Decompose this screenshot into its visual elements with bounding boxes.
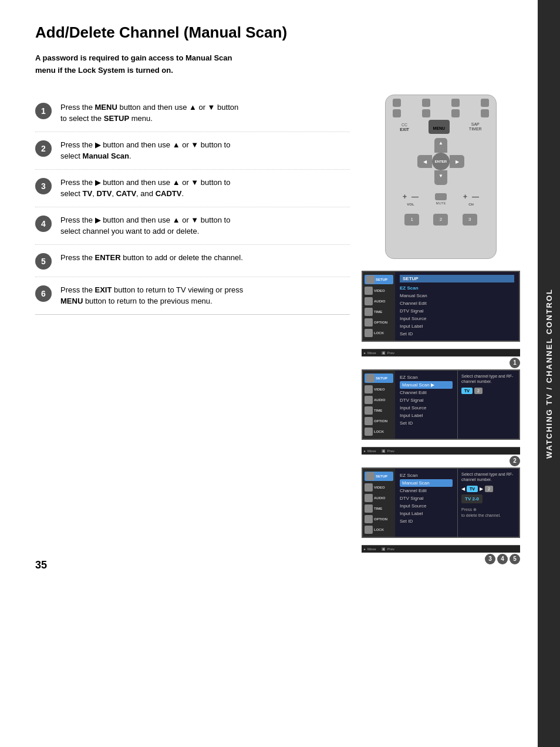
screen-2-item-dtvsignal: DTV Signal (400, 396, 453, 404)
screen-2-icon-option (365, 417, 373, 425)
menu-label: MENU (433, 126, 446, 130)
screen-3-channel-type: TV (467, 486, 478, 492)
screen-3-option: OPTION (365, 515, 393, 523)
screen-3-video: VIDEO (365, 483, 393, 492)
screen-icon-option (365, 318, 373, 327)
screen-3-icon-option (365, 515, 373, 523)
ch-minus: — (472, 193, 479, 201)
screen-3: SETUP VIDEO AUDIO TIME (362, 467, 520, 538)
ch-group: + — CH (463, 193, 479, 206)
screen-2-badge: 2 (362, 455, 520, 467)
screen-3-item-setid: Set ID (400, 517, 453, 525)
screen-icon-lock (365, 329, 373, 337)
exit-label: EXIT (400, 127, 409, 132)
screen-1-badge: 1 (362, 356, 520, 369)
screen-1-footer: ⬥ Move ▣ Prev (362, 349, 520, 356)
screen-2-icon-time (365, 406, 373, 415)
step-3-text: Press the ▶ button and then use ▲ or ▼ b… (60, 177, 230, 200)
remote-numbers: 1 2 3 (386, 211, 496, 228)
step-5: 5 Press the ENTER button to add or delet… (35, 245, 350, 277)
dpad-left: ◀ (417, 155, 432, 168)
vol-label: VOL (407, 203, 414, 206)
screen-2-icon-audio (365, 396, 373, 404)
two-col-layout: 1 Press the MENU button and then use ▲ o… (35, 95, 520, 566)
screen-2-sidebar: SETUP VIDEO AUDIO TIME (363, 371, 395, 439)
cc-label: CC (402, 123, 407, 127)
screen-1-footer-icon: ⬥ (363, 351, 366, 355)
screen-2-audio: AUDIO (365, 396, 393, 404)
remote-top-buttons (386, 95, 496, 108)
screen-3-item-ezscan: EZ Scan (400, 472, 453, 479)
screen-2-item-channeledit: Channel Edit (400, 389, 453, 396)
remote-btn-4 (481, 99, 489, 107)
screen-3-footer-icon: ⬥ (363, 547, 366, 551)
screen-1-top-label: SETUP (400, 275, 514, 282)
page-title: Add/Delete Channel (Manual Scan) (35, 23, 520, 42)
step-3: 3 Press the ▶ button and then use ▲ or ▼… (35, 170, 350, 207)
screen-1-footer-icon2: ▣ (382, 351, 386, 355)
screen-2-item-setid: Set ID (400, 419, 453, 427)
step-6: 6 Press the EXIT button to return to TV … (35, 277, 350, 315)
screen-1-footer-text: Move (367, 351, 376, 355)
screen-2-footer-icon2: ▣ (382, 449, 386, 453)
screen-2-item-inputsource: Input Source (400, 404, 453, 412)
screen-3-right: Select channel type and RF-channel numbe… (457, 469, 519, 537)
right-column: CC EXIT MENU SAP TIMER (362, 95, 520, 566)
step-2-circle: 2 (35, 140, 52, 157)
screen-2-right: Select channel type and RF-channel numbe… (457, 371, 519, 439)
step-6-circle: 6 (35, 285, 52, 302)
num-3: 3 (463, 214, 477, 226)
screen-3-icon-lock (365, 526, 373, 534)
screen-1-item-inputlabel: Input Label (400, 322, 514, 330)
screen-3-item-channeledit: Channel Edit (400, 487, 453, 494)
screen-3-icon-video (365, 483, 373, 492)
step-1: 1 Press the MENU button and then use ▲ o… (35, 95, 350, 132)
step-5-circle: 5 (35, 253, 52, 270)
dpad-right: ▶ (450, 155, 464, 168)
screen-3-time: TIME (365, 504, 393, 513)
step-4-circle: 4 (35, 216, 52, 232)
screen-3-footer-text: Move (367, 547, 376, 551)
screen-3-badge: 3 4 5 (362, 553, 520, 566)
screen-1-footer-text2: Prev (387, 351, 394, 355)
screen-1-wrapper: SETUP VIDEO AUDIO TIME (362, 271, 520, 369)
screen-icon-time (365, 308, 373, 316)
remote-menu-area: CC EXIT MENU SAP TIMER (386, 119, 496, 135)
screen-3-tv-value: TV 2-0 (461, 494, 483, 503)
mute-button (435, 193, 447, 200)
screen-2-main: EZ Scan Manual Scan ▶ Channel Edit DTV S… (395, 371, 457, 439)
remote-btn-1 (393, 99, 401, 107)
dpad-center: ENTER (432, 153, 450, 170)
remote-btn-2 (422, 99, 430, 107)
screen-1-audio: AUDIO (365, 297, 393, 305)
screen-1-item-inputsource: Input Source (400, 315, 514, 322)
screen-2-lock: LOCK (365, 428, 393, 436)
page-subtitle: A password is required to gain access to… (35, 52, 520, 77)
screen-2-item-ezscan: EZ Scan (400, 374, 453, 381)
screen-1: SETUP VIDEO AUDIO TIME (362, 271, 520, 342)
screen-2-option: OPTION (365, 417, 393, 425)
screen-2: SETUP VIDEO AUDIO TIME (362, 369, 520, 440)
remote-container: CC EXIT MENU SAP TIMER (362, 95, 520, 259)
menu-button: MENU (429, 120, 450, 134)
remote-dpad: ▲ ▼ ◀ ▶ ENTER (417, 138, 464, 185)
vol-plus: + (403, 193, 407, 201)
screen-1-item-dtvsignal: DTV Signal (400, 307, 514, 315)
screen-2-icon-video (365, 385, 373, 393)
step-1-circle: 1 (35, 103, 52, 119)
step-3-circle: 3 (35, 178, 52, 194)
screen-2-video: VIDEO (365, 385, 393, 393)
screen-3-main: EZ Scan Manual Scan Channel Edit DTV Sig… (395, 469, 457, 537)
sap-label: SAP (471, 122, 480, 126)
screen-2-footer-icon: ⬥ (363, 449, 366, 453)
screen-3-sidebar: SETUP VIDEO AUDIO TIME (363, 469, 395, 537)
screen-3-setup: SETUP (365, 472, 393, 481)
screen-3-footer: ⬥ Move ▣ Prev (362, 545, 520, 553)
screen-3-channel-row: ◀ TV ▶ 2 (461, 486, 515, 492)
screen-2-footer-text: Move (367, 449, 376, 453)
screen-3-press-note: Press ⊕to delete the channel. (461, 507, 515, 519)
step-5-text: Press the ENTER button to add or delete … (60, 252, 243, 264)
screen-3-item-manualscan: Manual Scan (400, 479, 453, 487)
vol-btns: + — (403, 193, 419, 201)
step-4-text: Press the ▶ button and then use ▲ or ▼ b… (60, 214, 230, 237)
